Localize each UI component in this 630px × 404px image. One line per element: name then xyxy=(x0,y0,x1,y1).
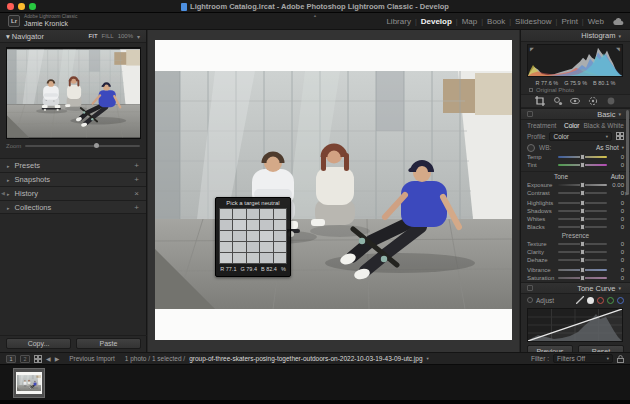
slider-dehaze[interactable]: Dehaze 0 xyxy=(521,256,630,264)
slider-contrast[interactable]: Contrast 0 xyxy=(521,189,630,197)
curve-channel-point-icon[interactable] xyxy=(587,297,594,304)
main-photo[interactable] xyxy=(155,71,512,309)
left-panel-collapse-icon[interactable]: ◀ xyxy=(1,190,5,196)
targeted-adjust-icon[interactable] xyxy=(527,297,533,303)
previous-photo-icon[interactable]: ◀ xyxy=(46,355,51,362)
redeye-tool-icon[interactable] xyxy=(570,96,580,106)
slider-temp[interactable]: Temp 0 xyxy=(521,153,630,161)
profile-dropdown[interactable]: Color ▾ xyxy=(549,132,612,141)
slider-clarity[interactable]: Clarity 0 xyxy=(521,248,630,256)
heal-tool-icon[interactable] xyxy=(553,96,563,106)
copy-button[interactable]: Copy... xyxy=(6,338,71,349)
slider-track[interactable] xyxy=(558,192,607,195)
parametric-curve-icon[interactable] xyxy=(576,296,584,304)
masking-tool-icon[interactable] xyxy=(588,96,598,106)
sidebar-item-history[interactable]: ▸ History × xyxy=(0,186,146,200)
zoom-slider-knob[interactable] xyxy=(94,143,99,148)
slider-knob[interactable] xyxy=(580,216,585,223)
slider-knob[interactable] xyxy=(580,224,585,231)
slider-track[interactable] xyxy=(558,269,607,272)
navigator-preview[interactable] xyxy=(6,47,141,139)
source-label[interactable]: Previous Import xyxy=(69,355,115,362)
slider-track[interactable] xyxy=(558,259,607,262)
module-print[interactable]: Print xyxy=(557,17,581,26)
treatment-color-button[interactable]: Color xyxy=(564,122,580,129)
profile-browser-icon[interactable] xyxy=(616,132,624,140)
right-panel-collapse-icon[interactable]: ▶ xyxy=(625,190,629,196)
slider-knob[interactable] xyxy=(580,200,585,207)
slider-vibrance[interactable]: Vibrance 0 xyxy=(521,266,630,274)
auto-button[interactable]: Auto xyxy=(611,173,624,180)
slider-track[interactable] xyxy=(558,164,607,167)
slider-knob[interactable] xyxy=(580,257,585,264)
treatment-bw-button[interactable]: Black & White xyxy=(584,122,624,129)
sidebar-item-snapshots[interactable]: ▸ Snapshots + xyxy=(0,172,146,186)
zoom-fit-option[interactable]: FIT xyxy=(89,33,98,39)
zoom-menu-icon[interactable]: ▾ xyxy=(137,33,140,40)
grid-view-icon[interactable] xyxy=(34,355,42,363)
slider-tint[interactable]: Tint 0 xyxy=(521,161,630,169)
slider-texture[interactable]: Texture 0 xyxy=(521,240,630,248)
slider-exposure[interactable]: Exposure 0.00 xyxy=(521,181,630,189)
filter-lock-icon[interactable] xyxy=(617,355,624,363)
filmstrip-thumbnail-selected[interactable] xyxy=(13,368,45,398)
panel-switch-icon[interactable] xyxy=(527,111,533,117)
cloud-sync-icon[interactable] xyxy=(613,18,624,26)
snapshots-add-icon[interactable]: + xyxy=(134,175,139,184)
right-panel-scrollbar[interactable] xyxy=(626,110,629,195)
slider-track[interactable] xyxy=(558,202,607,205)
slider-highlights[interactable]: Highlights 0 xyxy=(521,199,630,207)
module-book[interactable]: Book xyxy=(483,17,509,26)
slider-knob[interactable] xyxy=(580,182,585,189)
sidebar-item-presets[interactable]: ▸ Presets + xyxy=(0,158,146,172)
shadow-clipping-icon[interactable]: ◤ xyxy=(529,46,535,52)
slider-knob[interactable] xyxy=(580,249,585,256)
zoom-slider-track[interactable] xyxy=(25,145,140,147)
slider-knob[interactable] xyxy=(580,267,585,274)
slider-knob[interactable] xyxy=(580,241,585,248)
module-library[interactable]: Library xyxy=(382,17,414,26)
collections-add-icon[interactable]: + xyxy=(134,203,139,212)
slider-knob[interactable] xyxy=(580,208,585,215)
histogram[interactable]: ◤ ◥ xyxy=(527,44,623,77)
slider-blacks[interactable]: Blacks 0 xyxy=(521,223,630,231)
main-window-button[interactable]: 1 xyxy=(6,355,16,363)
module-slideshow[interactable]: Slideshow xyxy=(511,17,555,26)
next-photo-icon[interactable]: ▶ xyxy=(55,355,60,362)
curve-channel-red-icon[interactable] xyxy=(597,297,604,304)
slider-knob[interactable] xyxy=(580,154,585,161)
curve-channel-blue-icon[interactable] xyxy=(617,297,624,304)
slider-track[interactable] xyxy=(558,251,607,254)
paste-button[interactable]: Paste xyxy=(76,338,141,349)
panel-switch-icon[interactable] xyxy=(527,285,533,291)
slider-knob[interactable] xyxy=(580,190,585,197)
slider-knob[interactable] xyxy=(580,275,585,282)
slider-track[interactable] xyxy=(558,243,607,246)
slider-track[interactable] xyxy=(558,218,607,221)
top-panel-collapse-icon[interactable]: ▲ xyxy=(313,13,317,18)
brush-tool-icon[interactable] xyxy=(606,96,616,106)
slider-track[interactable] xyxy=(558,156,607,159)
slider-track[interactable] xyxy=(558,277,607,280)
module-develop[interactable]: Develop xyxy=(417,17,456,26)
module-web[interactable]: Web xyxy=(584,17,608,26)
module-map[interactable]: Map xyxy=(458,17,482,26)
basic-panel-header[interactable]: Basic ▾ xyxy=(521,108,630,120)
selected-filename[interactable]: group-of-three-skaters-posing-together-o… xyxy=(189,355,422,362)
zoom-fill-option[interactable]: FILL xyxy=(102,33,114,39)
crop-tool-icon[interactable] xyxy=(535,96,545,106)
navigator-zoom-slider[interactable]: Zoom xyxy=(6,141,140,151)
slider-knob[interactable] xyxy=(580,162,585,169)
slider-whites[interactable]: Whites 0 xyxy=(521,215,630,223)
slider-track[interactable] xyxy=(558,226,607,229)
filter-dropdown[interactable]: Filters Off ▾ xyxy=(553,354,613,363)
wb-preset-dropdown[interactable]: As Shot ▾ xyxy=(596,144,624,151)
histogram-header[interactable]: Histogram ▾ xyxy=(521,30,630,42)
second-window-button[interactable]: 2 xyxy=(20,355,30,363)
target-neutral-grid[interactable] xyxy=(219,208,287,264)
history-clear-icon[interactable]: × xyxy=(134,189,139,198)
slider-saturation[interactable]: Saturation 0 xyxy=(521,274,630,282)
highlight-clipping-icon[interactable]: ◥ xyxy=(615,46,621,52)
curve-channel-green-icon[interactable] xyxy=(607,297,614,304)
slider-track[interactable] xyxy=(558,210,607,213)
